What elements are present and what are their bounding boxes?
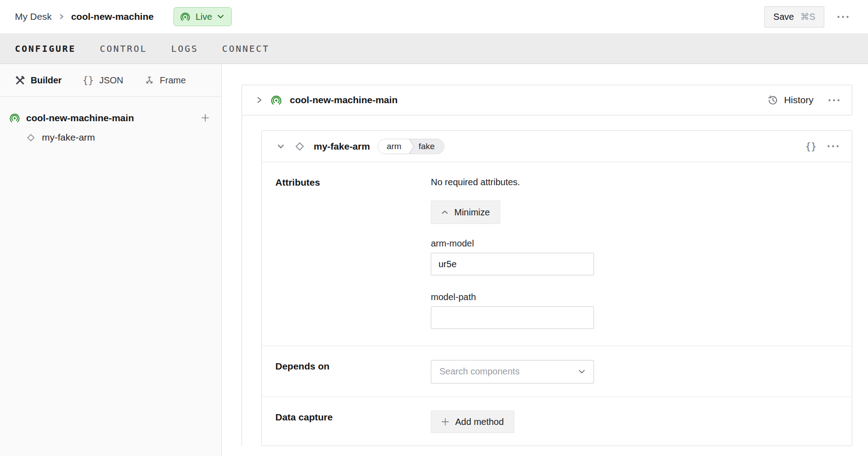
plus-icon [441,418,449,426]
minimize-button[interactable]: Minimize [431,201,500,224]
depends-on-content: Search components [431,346,852,397]
badge-divider-icon [409,139,415,154]
depends-on-placeholder: Search components [439,366,578,377]
depends-on-section: Depends on Search components [262,346,852,397]
broadcast-icon [270,94,282,106]
depends-on-heading: Depends on [262,346,431,397]
component-tree: cool-new-machine-main my-fake-arm [0,97,221,143]
broadcast-icon [180,11,191,22]
save-button-label: Save [773,12,794,22]
minimize-label: Minimize [454,207,490,218]
data-capture-heading: Data capture [262,397,431,446]
machine-card-title: cool-new-machine-main [290,95,397,105]
history-clock-icon [767,94,779,106]
depends-on-select[interactable]: Search components [431,360,594,383]
edit-json-icon[interactable]: {} [805,141,817,152]
view-tab-label: Frame [160,75,186,86]
field-label-arm-model: arm-model [431,238,852,249]
view-tab-label: JSON [99,75,123,86]
tree-connector-line [242,115,242,446]
expand-chevron-icon[interactable] [256,96,263,104]
tools-icon [15,75,25,86]
component-card-title: my-fake-arm [314,141,370,152]
config-panel: cool-new-machine-main History [222,64,868,456]
history-label: History [784,95,813,105]
arm-model-input[interactable] [431,253,594,275]
add-method-button[interactable]: Add method [431,410,514,433]
tree-item-label: my-fake-arm [42,132,95,143]
tree-item-label: cool-new-machine-main [26,113,194,123]
attributes-section: Attributes No required attributes. Minim… [262,162,852,346]
view-tab-frame[interactable]: Frame [144,75,186,86]
diamond-icon [26,132,36,143]
breadcrumb-chevron-icon [59,14,64,20]
nav-tab-bar: CONFIGURE CONTROL LOGS CONNECT [0,33,868,64]
app-window: My Desk cool-new-machine Live Save ⌘S [0,0,868,456]
attributes-content: No required attributes. Minimize arm-mod… [431,162,852,346]
model-path-input[interactable] [431,306,594,329]
view-tab-label: Builder [31,75,62,86]
view-tab-builder[interactable]: Builder [15,75,62,86]
attributes-heading: Attributes [262,162,431,346]
sidebar: Builder {} JSON Frame [0,64,222,456]
tab-logs[interactable]: LOGS [171,43,198,54]
machine-status-dropdown[interactable]: Live [174,7,232,26]
machine-card: cool-new-machine-main History [242,85,852,115]
top-bar: My Desk cool-new-machine Live Save ⌘S [0,0,868,33]
no-required-attributes-note: No required attributes. [431,177,852,187]
collapse-chevron-icon[interactable] [277,143,285,150]
add-component-icon[interactable] [200,113,210,123]
machine-card-menu-icon[interactable] [825,96,843,105]
component-card-menu-icon[interactable] [824,142,842,150]
data-capture-section: Data capture Add method [262,397,852,446]
braces-icon: {} [82,75,94,86]
tab-connect[interactable]: CONNECT [222,43,270,54]
tree-item-component[interactable]: my-fake-arm [9,132,210,143]
topbar-overflow-menu-icon[interactable] [834,13,852,21]
tab-configure[interactable]: CONFIGURE [15,43,76,54]
chevron-down-icon [578,369,585,374]
badge-type-label: arm [378,139,409,154]
field-label-model-path: model-path [431,292,852,302]
broadcast-icon [9,112,20,123]
history-button[interactable]: History [767,94,813,106]
breadcrumb-parent-link[interactable]: My Desk [15,11,52,22]
frame-axes-icon [144,75,155,86]
add-method-label: Add method [455,417,504,427]
sidebar-view-switcher: Builder {} JSON Frame [0,64,221,97]
component-card: my-fake-arm arm fake {} [261,130,852,446]
diamond-icon [294,141,306,152]
data-capture-content: Add method [431,397,852,446]
component-type-badge: arm fake [378,139,444,154]
view-tab-json[interactable]: {} JSON [82,75,123,86]
tab-control[interactable]: CONTROL [100,43,147,54]
chevron-down-icon [217,14,224,19]
component-card-header: my-fake-arm arm fake {} [262,131,852,162]
save-shortcut: ⌘S [800,11,815,22]
breadcrumb: My Desk cool-new-machine [15,11,154,22]
chevron-up-icon [441,210,448,214]
machine-status-label: Live [196,12,212,22]
breadcrumb-current: cool-new-machine [71,11,154,22]
tree-item-machine[interactable]: cool-new-machine-main [9,112,210,123]
content-area: Builder {} JSON Frame [0,64,868,456]
save-button[interactable]: Save ⌘S [764,6,824,27]
